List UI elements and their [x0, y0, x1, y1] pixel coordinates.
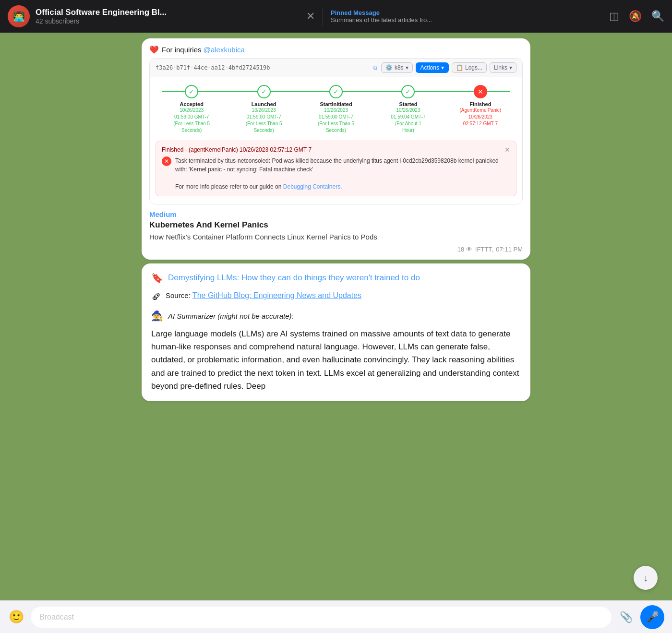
- bookmark-emoji: 🔖: [151, 272, 163, 284]
- k8s-card: f3a26-b71f-44ce-aa12-4bfd2724519b ⧉ ⚙️ k…: [149, 58, 523, 204]
- step-started-icon: ✓: [401, 85, 415, 98]
- llm-source-row: 🗞 Source: The GitHub Blog: Engineering N…: [151, 291, 521, 302]
- input-bar: 🙂 📎 🎤: [0, 600, 672, 633]
- search-icon[interactable]: 🔍: [651, 10, 664, 23]
- close-icon[interactable]: ✕: [306, 10, 315, 23]
- error-close-icon[interactable]: ✕: [504, 146, 510, 154]
- debug-containers-link[interactable]: Debugging Containers.: [283, 183, 342, 190]
- heart-icon: ❤️: [149, 45, 159, 54]
- message-views: 18 👁: [457, 246, 472, 253]
- newspaper-emoji: 🗞: [151, 291, 161, 302]
- broadcast-input[interactable]: [31, 607, 612, 628]
- links-button[interactable]: Links ▾: [490, 62, 516, 73]
- copy-icon[interactable]: ⧉: [373, 64, 377, 71]
- error-text: Task terminated by titus-netconsoled: Po…: [175, 156, 510, 191]
- llm-title-link[interactable]: Demystifying LLMs: How they can do thing…: [168, 272, 420, 284]
- message-meta: 18 👁 IFTTT, 07:11 PM: [149, 246, 523, 253]
- discussion-icon[interactable]: ◫: [609, 10, 619, 23]
- channel-title: Official Software Engineering Bl...: [36, 8, 306, 17]
- error-title: Finished - (agentKernelPanic) 10/26/2023…: [162, 146, 312, 153]
- step-launched: ✓ Launched 10/26/202301:59:00 GMT-7(For …: [228, 85, 300, 134]
- article-title: Kubernetes And Kernel Panics: [149, 220, 523, 230]
- source-content: Source: The GitHub Blog: Engineering New…: [166, 291, 361, 300]
- actions-button[interactable]: Actions ▾: [416, 62, 449, 73]
- k8s-id: f3a26-b71f-44ce-aa12-4bfd2724519b: [156, 64, 369, 71]
- chevron-down-icon-links: ▾: [509, 64, 512, 71]
- error-x-icon: ✕: [162, 156, 171, 166]
- step-started: ✓ Started 10/26/202301:59:04 GMT-7(For A…: [372, 85, 444, 134]
- step-accepted-icon: ✓: [185, 85, 198, 98]
- llm-summarizer-row: 🧙 AI Summarizer (might not be accurate):: [151, 310, 521, 322]
- pinned-message[interactable]: Pinned Message Summaries of the latest a…: [331, 9, 601, 24]
- kubernetes-message: ❤️ For inquiries @alexkubica f3a26-b71f-…: [142, 38, 530, 260]
- step-startinit-icon: ✓: [329, 85, 343, 98]
- wizard-emoji: 🧙: [151, 310, 163, 322]
- channel-avatar: 👨‍💻: [8, 5, 30, 27]
- channel-info: Official Software Engineering Bl... 42 s…: [36, 8, 306, 25]
- emoji-button[interactable]: 🙂: [8, 609, 25, 626]
- pipeline-steps-row: ✓ Accepted 10/26/202301:59:00 GMT-7(For …: [156, 85, 516, 134]
- error-body: ✕ Task terminated by titus-netconsoled: …: [162, 156, 510, 191]
- message-time: 07:11 PM: [496, 246, 523, 253]
- logs-icon: 📋: [456, 64, 463, 71]
- error-alert: Finished - (agentKernelPanic) 10/26/2023…: [156, 141, 516, 196]
- mention-link[interactable]: @alexkubica: [204, 46, 245, 54]
- scroll-down-button[interactable]: ↓: [634, 566, 658, 590]
- inquiry-row: ❤️ For inquiries @alexkubica: [149, 45, 523, 54]
- channel-subtitle: 42 subscribers: [36, 17, 306, 25]
- source-prefix: Source:: [166, 291, 191, 299]
- k8s-badge[interactable]: ⚙️ k8s ▾: [381, 62, 413, 73]
- llm-message: 🔖 Demystifying LLMs: How they can do thi…: [142, 263, 530, 401]
- k8s-card-content: ✓ Accepted 10/26/202301:59:00 GMT-7(For …: [150, 77, 522, 204]
- pipeline: ✓ Accepted 10/26/202301:59:00 GMT-7(For …: [156, 85, 516, 134]
- header-actions: ◫ 🔕 🔍: [609, 10, 664, 23]
- attach-button[interactable]: 📎: [617, 609, 635, 626]
- app-header: 👨‍💻 Official Software Engineering Bl... …: [0, 0, 672, 33]
- for-inquiries-text: For inquiries @alexkubica: [162, 46, 245, 54]
- step-accepted: ✓ Accepted 10/26/202301:59:00 GMT-7(For …: [156, 85, 228, 134]
- chevron-down-icon: ▾: [406, 64, 408, 71]
- pinned-label: Pinned Message: [331, 9, 601, 16]
- header-divider: [323, 7, 323, 26]
- k8s-card-header: f3a26-b71f-44ce-aa12-4bfd2724519b ⧉ ⚙️ k…: [150, 59, 522, 77]
- gear-icon: ⚙️: [385, 64, 393, 71]
- chat-area: ❤️ For inquiries @alexkubica f3a26-b71f-…: [0, 33, 672, 600]
- step-start-initiated: ✓ StartInitiated 10/26/202301:59:00 GMT-…: [300, 85, 372, 134]
- llm-body: Large language models (LLMs) are AI syst…: [151, 327, 521, 393]
- down-arrow-icon: ↓: [643, 573, 648, 584]
- error-alert-header: Finished - (agentKernelPanic) 10/26/2023…: [162, 146, 510, 154]
- step-finished-icon: ✕: [474, 85, 487, 98]
- step-finished: ✕ Finished (AgentKernelPanic)10/26/20230…: [444, 85, 516, 134]
- step-launched-icon: ✓: [257, 85, 271, 98]
- pinned-text: Summaries of the latest articles fro...: [331, 16, 465, 24]
- mic-button[interactable]: 🎤: [640, 605, 664, 629]
- llm-title-row: 🔖 Demystifying LLMs: How they can do thi…: [151, 272, 521, 284]
- chevron-down-icon-actions: ▾: [441, 64, 444, 71]
- summarizer-text: AI Summarizer (might not be accurate):: [168, 312, 294, 320]
- bell-muted-icon[interactable]: 🔕: [629, 10, 642, 23]
- source-link[interactable]: The GitHub Blog: Engineering News and Up…: [192, 291, 361, 299]
- mic-icon: 🎤: [646, 611, 659, 623]
- message-source: IFTTT,: [475, 246, 493, 253]
- article-source: Medium: [149, 210, 523, 218]
- article-desc: How Netflix's Container Platform Connect…: [149, 232, 523, 242]
- logs-button[interactable]: 📋 Logs...: [452, 62, 487, 73]
